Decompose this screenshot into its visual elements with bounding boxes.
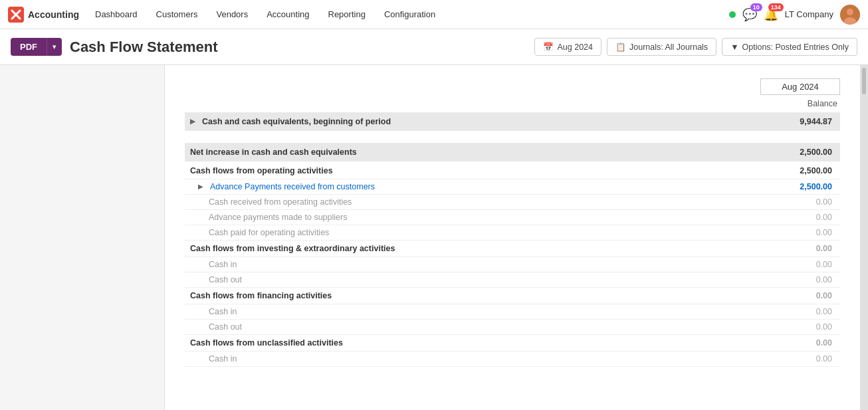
row-label: Cash in	[209, 354, 755, 363]
row-value: 0.00	[755, 291, 835, 300]
company-name: LT Company	[785, 9, 833, 19]
row-value: 0.00	[755, 307, 835, 316]
row-advance-payments-received[interactable]: ▶ Advance Payments received from custome…	[185, 179, 840, 195]
row-text: Cash flows from unclassified activities	[190, 338, 343, 348]
row-cash-paid-operating: Cash paid for operating activities 0.00	[185, 225, 840, 241]
row-value: 0.00	[755, 338, 835, 348]
nav-item-reporting[interactable]: Reporting	[320, 7, 374, 22]
spacer	[185, 132, 840, 143]
row-label: Cash flows from financing activities	[190, 291, 755, 300]
row-text: Cash in	[209, 260, 237, 269]
row-value: 0.00	[755, 275, 835, 284]
row-value: 0.00	[755, 228, 835, 237]
row-text: Net increase in cash and cash equivalent…	[190, 148, 357, 157]
report-header: Aug 2024	[185, 78, 840, 95]
messages-badge[interactable]: 💬 10	[742, 7, 757, 22]
row-label: Cash flows from operating activities	[190, 166, 755, 175]
row-text: Advance Payments received from customers	[210, 182, 375, 191]
row-advance-payments-suppliers: Advance payments made to suppliers 0.00	[185, 210, 840, 225]
row-text: Cash out	[209, 275, 242, 284]
row-label: Cash in	[209, 260, 755, 269]
row-label: Cash out	[209, 322, 755, 332]
pdf-dropdown-button[interactable]: ▾	[47, 38, 62, 56]
pdf-button[interactable]: PDF	[11, 38, 47, 56]
row-label: Cash out	[209, 275, 755, 284]
main-content: Aug 2024 Balance ▶ Cash and cash equival…	[0, 65, 868, 410]
row-text: Cash flows from investing & extraordinar…	[190, 244, 395, 253]
top-navigation: Accounting Dashboard Customers Vendors A…	[0, 0, 868, 29]
row-text: Cash paid for operating activities	[209, 228, 329, 237]
nav-item-customers[interactable]: Customers	[148, 7, 206, 22]
chevron-right-icon: ▶	[198, 183, 206, 191]
row-label: Cash flows from investing & extraordinar…	[190, 244, 755, 253]
row-value: 2,500.00	[755, 182, 835, 191]
row-value: 0.00	[755, 244, 835, 253]
svg-point-4	[847, 9, 853, 15]
nav-item-configuration[interactable]: Configuration	[376, 7, 443, 22]
row-value: 0.00	[755, 213, 835, 222]
row-text: Cash flows from financing activities	[190, 291, 332, 300]
nav-right-area: 💬 10 🔔 134 LT Company	[729, 5, 860, 25]
nav-item-accounting[interactable]: Accounting	[259, 7, 317, 22]
pdf-button-group: PDF ▾	[11, 38, 62, 56]
message-count: 10	[750, 3, 762, 11]
row-value: 0.00	[755, 354, 835, 363]
date-filter-button[interactable]: 📅 Aug 2024	[534, 38, 601, 56]
chevron-right-icon: ▶	[190, 118, 198, 126]
row-value: 0.00	[755, 260, 835, 269]
odoo-logo-icon	[8, 7, 24, 23]
online-status-dot	[729, 11, 736, 18]
row-financing-header: Cash flows from financing activities 0.0…	[185, 288, 840, 304]
row-net-increase: Net increase in cash and cash equivalent…	[185, 143, 840, 161]
row-investing-cash-out: Cash out 0.00	[185, 272, 840, 288]
row-label: Cash in	[209, 307, 755, 316]
column-headers: Balance	[185, 98, 840, 112]
row-text: Cash flows from operating activities	[190, 166, 333, 175]
row-cash-equiv-beginning[interactable]: ▶ Cash and cash equivalents, beginning o…	[185, 112, 840, 131]
scrollbar-thumb[interactable]	[862, 68, 866, 94]
avatar-image	[840, 5, 860, 25]
journal-icon: 📋	[615, 42, 626, 52]
row-text: Cash in	[209, 307, 237, 316]
row-text: Cash received from operating activities	[209, 197, 352, 207]
row-investing-cash-in: Cash in 0.00	[185, 257, 840, 272]
row-value: 2,500.00	[755, 166, 835, 175]
row-label: Cash paid for operating activities	[209, 228, 755, 237]
nav-item-dashboard[interactable]: Dashboard	[87, 7, 146, 22]
options-filter-label: Options: Posted Entries Only	[742, 43, 849, 52]
row-financing-cash-out: Cash out 0.00	[185, 320, 840, 335]
row-value: 9,944.87	[755, 117, 835, 126]
row-text: Cash in	[209, 354, 237, 363]
notification-count: 134	[768, 3, 784, 11]
row-unclassified-header: Cash flows from unclassified activities …	[185, 335, 840, 352]
row-investing-header: Cash flows from investing & extraordinar…	[185, 241, 840, 257]
logo[interactable]: Accounting	[8, 7, 79, 23]
row-value: 2,500.00	[755, 148, 835, 157]
user-avatar[interactable]	[840, 5, 860, 25]
row-value: 0.00	[755, 322, 835, 332]
page-title: Cash Flow Statement	[70, 39, 217, 56]
journals-filter-label: Journals: All Journals	[629, 43, 708, 52]
row-label: Cash flows from unclassified activities	[190, 338, 755, 348]
options-filter-button[interactable]: ▼ Options: Posted Entries Only	[722, 38, 857, 56]
row-text: Cash out	[209, 322, 242, 332]
row-cash-received-operating: Cash received from operating activities …	[185, 195, 840, 210]
row-label: Advance payments made to suppliers	[209, 213, 755, 222]
date-filter-label: Aug 2024	[557, 43, 593, 52]
row-label: ▶ Advance Payments received from custome…	[198, 182, 755, 191]
balance-header: Balance	[760, 99, 840, 108]
row-value: 0.00	[755, 197, 835, 207]
row-text: Advance payments made to suppliers	[209, 213, 347, 222]
logo-text: Accounting	[28, 9, 79, 20]
row-operating-header: Cash flows from operating activities 2,5…	[185, 163, 840, 179]
row-financing-cash-in: Cash in 0.00	[185, 304, 840, 320]
journals-filter-button[interactable]: 📋 Journals: All Journals	[607, 38, 716, 56]
row-label: Net increase in cash and cash equivalent…	[190, 148, 755, 157]
calendar-icon: 📅	[543, 42, 554, 52]
nav-item-vendors[interactable]: Vendors	[208, 7, 256, 22]
filter-group: 📅 Aug 2024 📋 Journals: All Journals ▼ Op…	[534, 38, 857, 56]
notifications-badge[interactable]: 🔔 134	[764, 7, 778, 22]
filter-icon: ▼	[730, 43, 738, 52]
row-text: Cash and cash equivalents, beginning of …	[202, 117, 391, 126]
scrollbar-right[interactable]	[860, 65, 868, 410]
